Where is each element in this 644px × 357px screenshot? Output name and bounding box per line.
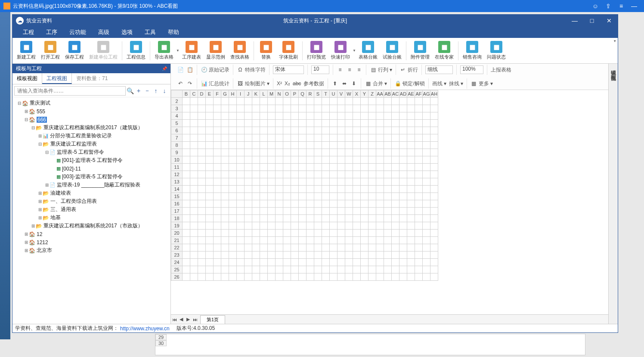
cell[interactable]: [252, 200, 260, 208]
tree-node[interactable]: ⊞📂三、通用表: [13, 205, 170, 214]
cell[interactable]: [291, 237, 299, 244]
cell[interactable]: [183, 105, 190, 112]
cell[interactable]: [430, 193, 438, 200]
cell[interactable]: [330, 142, 337, 149]
sheet-last-icon[interactable]: ⏭: [192, 317, 198, 322]
row-header[interactable]: 6: [171, 127, 183, 134]
cell[interactable]: [206, 222, 214, 230]
cell[interactable]: [337, 149, 345, 156]
tree-twisty-icon[interactable]: ⊟: [24, 117, 29, 122]
cell[interactable]: [206, 251, 214, 259]
cell[interactable]: [430, 215, 438, 222]
cell[interactable]: [198, 244, 206, 251]
cell[interactable]: [368, 266, 376, 273]
cell[interactable]: [268, 244, 276, 251]
cell[interactable]: [407, 251, 415, 259]
valign-bot-icon[interactable]: ⬇: [350, 80, 357, 87]
cell[interactable]: [361, 186, 368, 193]
cell[interactable]: [384, 215, 392, 222]
cell[interactable]: [361, 134, 368, 142]
cell[interactable]: [307, 112, 314, 120]
cell[interactable]: [307, 259, 314, 266]
cell[interactable]: [314, 149, 322, 156]
col-header[interactable]: U: [330, 90, 337, 98]
cell[interactable]: [214, 186, 221, 193]
cell[interactable]: [361, 259, 368, 266]
cell[interactable]: [361, 171, 368, 178]
cell[interactable]: [183, 266, 190, 273]
cell[interactable]: [423, 98, 430, 105]
cell[interactable]: [206, 149, 214, 156]
cell[interactable]: [314, 215, 322, 222]
cell[interactable]: [283, 200, 291, 208]
cell[interactable]: [368, 259, 376, 266]
col-header[interactable]: P: [291, 90, 299, 98]
col-header[interactable]: I: [237, 90, 245, 98]
cell[interactable]: [384, 171, 392, 178]
cell[interactable]: [415, 134, 423, 142]
cell[interactable]: [330, 171, 337, 178]
cell[interactable]: [361, 120, 368, 127]
cell[interactable]: [190, 193, 198, 200]
cell[interactable]: [330, 266, 337, 273]
cell[interactable]: [299, 164, 307, 171]
col-header[interactable]: S: [314, 90, 322, 98]
tree-node[interactable]: ⊟📂重庆建设工程档案编制系统2017（建筑版）: [13, 124, 170, 132]
cell[interactable]: [430, 244, 438, 251]
cell[interactable]: [430, 230, 438, 237]
cell[interactable]: [276, 171, 283, 178]
cell[interactable]: [430, 120, 438, 127]
cell[interactable]: [415, 149, 423, 156]
cell[interactable]: [361, 178, 368, 186]
paste-button[interactable]: 📋: [186, 66, 193, 73]
row-header[interactable]: 4: [171, 112, 183, 120]
cell[interactable]: [283, 230, 291, 237]
cell[interactable]: [291, 105, 299, 112]
cell[interactable]: [190, 127, 198, 134]
cell[interactable]: [252, 171, 260, 178]
cell[interactable]: [229, 134, 237, 142]
cell[interactable]: [206, 112, 214, 120]
cell[interactable]: [376, 98, 384, 105]
cell[interactable]: [399, 193, 407, 200]
cell[interactable]: [260, 200, 268, 208]
menu-工具[interactable]: 工具: [139, 28, 162, 36]
cell[interactable]: [245, 171, 252, 178]
cell[interactable]: [407, 222, 415, 230]
cell[interactable]: [190, 237, 198, 244]
cell[interactable]: [245, 98, 252, 105]
cell[interactable]: [345, 164, 353, 171]
cell[interactable]: [291, 222, 299, 230]
cell[interactable]: [314, 266, 322, 273]
cell[interactable]: [283, 127, 291, 134]
cell[interactable]: [214, 105, 221, 112]
cell[interactable]: [245, 244, 252, 251]
sheet-page-tab[interactable]: 第1页: [200, 315, 225, 324]
cell[interactable]: [376, 215, 384, 222]
cell[interactable]: [322, 208, 330, 215]
cell[interactable]: [229, 164, 237, 171]
cell[interactable]: [430, 127, 438, 134]
cell[interactable]: [407, 186, 415, 193]
cell[interactable]: [345, 120, 353, 127]
cell[interactable]: [330, 251, 337, 259]
search-input[interactable]: [14, 86, 126, 96]
cell[interactable]: [337, 171, 345, 178]
cell[interactable]: [221, 105, 229, 112]
cell[interactable]: [260, 251, 268, 259]
cell[interactable]: [368, 251, 376, 259]
cell[interactable]: [198, 178, 206, 186]
cell[interactable]: [299, 105, 307, 112]
cell[interactable]: [407, 171, 415, 178]
toolbar-销售咨询[interactable]: ◼销售咨询: [460, 40, 484, 61]
row-header[interactable]: 23: [171, 251, 183, 259]
cell[interactable]: [237, 134, 245, 142]
toolbar-dropdown-icon[interactable]: ▼: [353, 49, 356, 53]
cell[interactable]: [322, 193, 330, 200]
cell[interactable]: [330, 164, 337, 171]
cell[interactable]: [190, 171, 198, 178]
cell[interactable]: [330, 120, 337, 127]
toolbar-新建工程[interactable]: ◼新建工程: [14, 40, 38, 61]
cell[interactable]: [299, 208, 307, 215]
cell[interactable]: [330, 230, 337, 237]
